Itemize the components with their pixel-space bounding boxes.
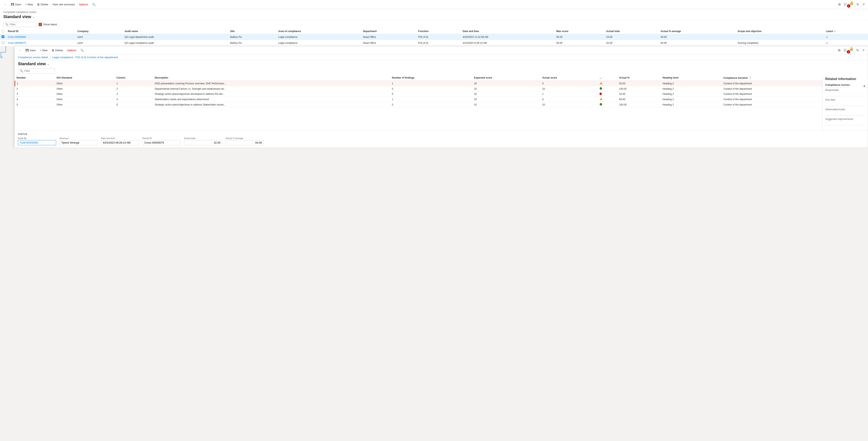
col-result-id[interactable]: Result ID [6,29,76,34]
inner-view-dropdown-arrow[interactable]: ⌄ [47,62,50,66]
page-subtitle: Completed compliance scores [3,11,865,13]
inner-search-icon: 🔍 [81,49,84,52]
col-function[interactable]: Function [416,29,461,34]
col-company[interactable]: Company [76,29,123,34]
refresh-button[interactable]: ↻ [856,2,860,7]
inner-col-findings[interactable]: Number of findings [390,75,472,81]
inner-delete-button[interactable]: 🗑 Delete [50,48,65,53]
inner-heading-cell: Heading 2 [661,97,722,102]
col-date-time[interactable]: Date and time [461,29,555,34]
max-score-cell: 50.00 [555,34,604,40]
row-checkbox[interactable] [2,41,4,44]
inner-toolbar: ← 💾 Save + New 🗑 Delete Options 🔍 ⚙ [14,46,868,55]
inner-pct-cell: 50.00 [618,81,661,86]
inner-expected-cell: 10 [472,86,540,91]
filter-input-container: 🔍 [3,22,36,27]
result-id-link[interactable]: Cmsc-00000075 [8,41,26,45]
status-field-label: Assessor [59,137,98,140]
fullscreen-button[interactable]: ↗ [861,2,866,7]
apps-icon-btn[interactable]: ☷ [843,2,847,7]
inner-filter-input[interactable] [24,69,51,72]
search-button[interactable]: 🔍 [91,2,97,7]
result-id-cell: Cmsc-00000075 [6,40,76,46]
row-checkbox[interactable] [2,35,4,38]
inner-settings-icon-btn[interactable]: ⚙ [837,48,841,53]
inner-number-cell: 5 [15,102,55,107]
inner-col-heading[interactable]: Heading level [661,75,722,81]
options-button[interactable]: Options [77,2,90,7]
new-button[interactable]: + New [24,2,35,7]
col-actual-pct[interactable]: Actual % average [659,29,736,34]
company-cell: usmf [76,40,123,46]
inner-control-cell: 4 [115,97,153,102]
status-field-input[interactable] [184,140,222,145]
col-latest[interactable]: Latest ▼ [824,29,868,34]
inner-fullscreen-button[interactable]: ↗ [861,48,865,53]
status-field: Result ID [143,137,181,145]
inner-new-button[interactable]: + New [38,48,49,53]
status-field-input[interactable] [143,140,181,145]
status-field-input[interactable] [59,140,98,145]
inner-options-button[interactable]: Options [65,48,78,53]
inner-function-cell: Context of the department [722,91,823,97]
inner-desc-cell: Strategic action plans/objectives develo… [153,91,390,97]
col-audit-name[interactable]: Audit name [123,29,229,34]
col-max-score[interactable]: Max score [555,29,604,34]
inner-col-iso[interactable]: ISO Standard [55,75,115,81]
scope-cell [736,34,824,40]
section-collapse-button[interactable]: ∧ [863,84,865,88]
status-green-dot [600,87,602,90]
inner-col-actual[interactable]: Actual score [540,75,598,81]
inner-function-cell: Context of the department [722,81,823,86]
status-diamond-icon [599,92,602,95]
inner-table-row: 1 Other 1 HOD presentation covering Proc… [15,81,823,86]
inner-refresh-button[interactable]: ↻ [856,48,860,53]
inner-save-button[interactable]: 💾 Save [24,48,37,53]
inner-col-expected[interactable]: Expected score [472,75,540,81]
inner-iso-cell: Other [55,97,115,102]
filter-input[interactable] [10,23,32,26]
inner-iso-cell: Other [55,91,115,97]
col-scope[interactable]: Scope and objective [736,29,824,34]
status-field-input[interactable] [18,140,56,145]
select-all-checkbox[interactable] [2,30,4,33]
settings-icon-btn[interactable]: ⚙ [837,2,842,7]
save-icon: 💾 [11,3,14,6]
inner-status-cell [598,81,618,86]
inner-apps-icon-btn[interactable]: ☷ [843,48,847,53]
page-title: Standard view [3,14,31,19]
status-field-input[interactable] [101,140,139,145]
view-site-summary-button[interactable]: View site summary [51,2,76,7]
breadcrumb-link[interactable]: Compliance scores detail [18,56,48,59]
col-options-icon[interactable]: ⋮ [748,76,752,79]
status-triangle-icon [600,82,602,84]
inner-search-button[interactable]: 🔍 [79,48,85,53]
status-field: Actual % average [225,137,264,145]
inner-col-pct[interactable]: Actual % [618,75,661,81]
show-latest-checkbox[interactable]: ✓ [39,23,42,26]
back-button[interactable]: ← [2,2,8,7]
department-cell: Head Office [361,34,416,40]
right-field-label: Due date [825,98,865,101]
inner-col-description[interactable]: Description [153,75,390,81]
inner-col-control[interactable]: Control [115,75,153,81]
inner-col-number[interactable]: Number [15,75,55,81]
inner-back-button[interactable]: ← [17,48,23,53]
inner-findings-cell: 1 [390,97,472,102]
col-site[interactable]: Site [228,29,277,34]
col-department[interactable]: Department [361,29,416,34]
row-checkbox-cell[interactable] [0,34,6,40]
status-field-input[interactable] [225,140,264,145]
related-info-title: Related information [825,77,865,81]
row-checkbox-cell[interactable] [0,40,6,46]
right-panel-field: Responsible [825,89,865,96]
col-area-compliance[interactable]: Area of compliance [277,29,361,34]
result-id-link[interactable]: Cmsc-00000069 [8,36,26,38]
delete-button[interactable]: 🗑 Delete [35,2,50,7]
view-dropdown-arrow[interactable]: ⌄ [32,15,35,19]
col-actual-total[interactable]: Actual total [604,29,659,34]
inner-col-function[interactable]: Compliance function ⋮ [722,75,823,81]
save-button[interactable]: 💾 Save [9,2,23,7]
inner-number-cell: 4 [15,97,55,102]
status-field-label: Actual % average [225,137,264,140]
